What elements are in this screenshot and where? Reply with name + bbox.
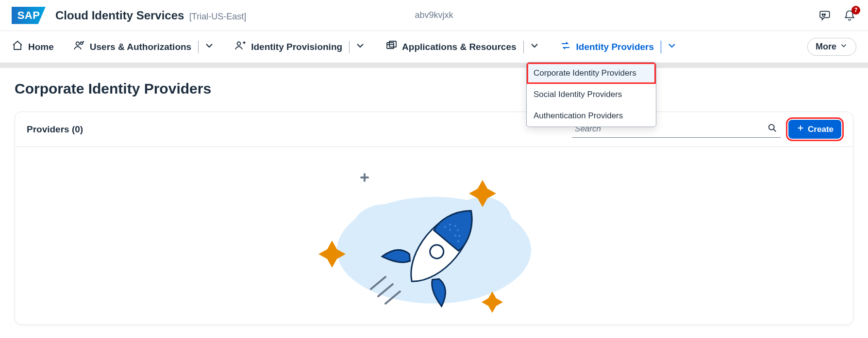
applications-icon [385, 40, 397, 54]
svg-rect-5 [387, 43, 394, 48]
identity-providers-dropdown: Corporate Identity Providers Social Iden… [526, 62, 656, 127]
nav-more-button[interactable]: More [807, 38, 856, 56]
header-actions: 7 [818, 9, 856, 22]
providers-card: Providers (0) Create [15, 112, 853, 325]
nav-item-identity-providers[interactable]: Identity Providers [560, 38, 678, 56]
create-label: Create [808, 125, 834, 134]
page-title: Corporate Identity Providers [15, 80, 853, 97]
nav-item-users[interactable]: Users & Authorizations [73, 38, 215, 56]
search-icon[interactable] [767, 123, 778, 135]
nav-label-users: Users & Authorizations [90, 42, 191, 52]
create-button[interactable]: Create [788, 120, 841, 139]
plus-icon [796, 124, 805, 135]
svg-rect-6 [389, 41, 396, 47]
page-title-area: Corporate Identity Providers [0, 68, 868, 112]
chevron-down-icon[interactable] [354, 40, 366, 54]
sap-logo: SAP [12, 7, 46, 24]
dropdown-item-social-idp[interactable]: Social Identity Providers [527, 84, 656, 105]
card-header: Providers (0) Create [15, 112, 853, 147]
svg-point-7 [769, 125, 774, 130]
svg-point-2 [76, 42, 79, 46]
users-icon [73, 40, 85, 54]
app-subtitle: [Trial-US-East] [189, 12, 246, 21]
providers-count-label: Providers (0) [27, 124, 83, 135]
nav-separator [349, 41, 350, 53]
shell-header: SAP Cloud Identity Services [Trial-US-Ea… [0, 0, 868, 31]
svg-point-1 [822, 14, 823, 15]
chevron-down-icon[interactable] [529, 40, 540, 54]
nav-separator [661, 41, 661, 53]
provisioning-icon [234, 40, 246, 54]
feedback-icon[interactable] [818, 9, 832, 22]
home-icon [12, 40, 23, 54]
tenant-id: abv9kvjxk [415, 10, 453, 20]
empty-state-illustration [15, 147, 853, 324]
separator-strip [0, 63, 868, 68]
nav-item-applications[interactable]: Applications & Resources [385, 38, 540, 56]
notification-badge: 7 [851, 6, 860, 15]
dropdown-item-auth-providers[interactable]: Authentication Providers [527, 105, 656, 127]
sync-icon [560, 40, 571, 54]
nav-bar: Home Users & Authorizations Identity Pro… [0, 31, 868, 63]
nav-separator [523, 41, 524, 53]
nav-item-home[interactable]: Home [12, 38, 54, 56]
nav-label-applications: Applications & Resources [402, 42, 516, 52]
nav-label-more: More [816, 42, 836, 52]
chevron-down-icon [839, 41, 848, 52]
chevron-down-icon[interactable] [666, 40, 678, 54]
bell-icon[interactable]: 7 [843, 9, 856, 22]
nav-label-provisioning: Identity Provisioning [251, 42, 342, 52]
app-title-wrap: Cloud Identity Services [Trial-US-East] [55, 9, 246, 22]
app-title: Cloud Identity Services [55, 9, 184, 22]
nav-label-idp: Identity Providers [576, 42, 654, 52]
svg-point-4 [237, 42, 241, 46]
chevron-down-icon[interactable] [203, 40, 215, 54]
svg-point-0 [824, 14, 826, 15]
nav-item-provisioning[interactable]: Identity Provisioning [234, 38, 366, 56]
nav-separator [198, 41, 199, 53]
dropdown-item-corporate-idp[interactable]: Corporate Identity Providers [527, 63, 656, 84]
nav-label-home: Home [28, 42, 54, 52]
svg-point-9 [351, 204, 419, 258]
